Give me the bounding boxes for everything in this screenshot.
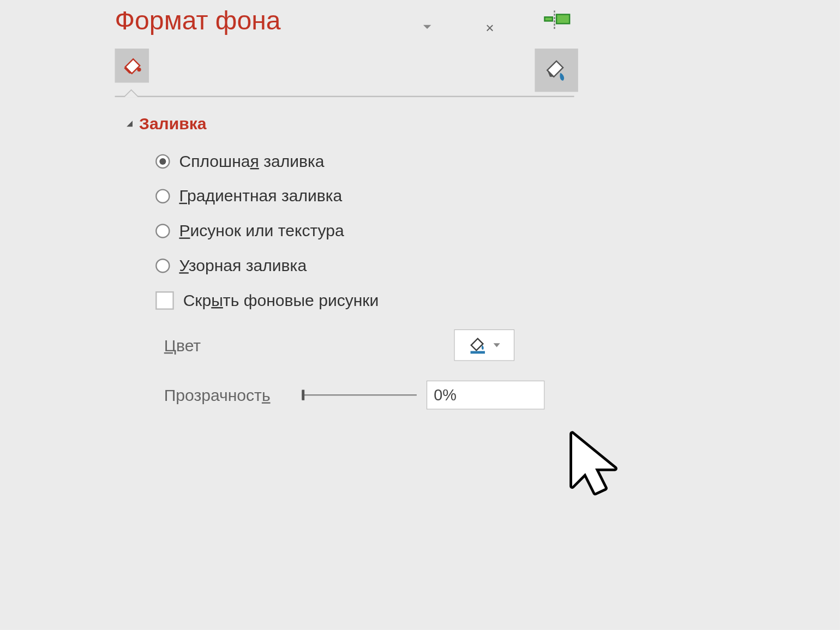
radio-label: Рисунок или текстура [179,221,344,240]
radio-pattern-fill[interactable] [155,258,170,272]
fill-section-header[interactable]: Заливка [127,114,607,133]
active-tab-indicator [115,83,574,97]
transparency-row: Прозрачность 0% [164,379,607,411]
hide-bg-checkbox[interactable] [155,291,174,310]
category-toolbar [115,49,607,83]
transparency-input[interactable]: 0% [427,381,545,410]
fill-option-solid[interactable]: Сплошная заливка [155,152,607,171]
chevron-down-icon [494,343,500,347]
right-tool-strip [535,8,578,92]
color-picker-button[interactable] [454,329,514,361]
hide-background-graphics[interactable]: Скрыть фоновые рисунки [155,291,607,310]
fill-properties: Цвет Прозрачность 0% [164,329,607,411]
transparency-label: Прозрачность [164,386,302,405]
svg-rect-2 [556,14,569,23]
panel-title-row: Формат фона × [115,7,607,46]
radio-gradient-fill[interactable] [155,189,170,203]
color-label: Цвет [164,335,302,355]
close-panel-button[interactable]: × [485,20,494,37]
color-row: Цвет [164,329,607,361]
fill-options-group: Сплошная заливка Градиентная заливка Рис… [155,152,607,310]
fill-option-picture[interactable]: Рисунок или текстура [155,221,607,240]
svg-point-0 [137,68,141,71]
svg-rect-1 [471,351,485,354]
align-center-button[interactable] [539,8,574,31]
checkbox-label: Скрыть фоновые рисунки [183,291,379,310]
transparency-value: 0% [434,386,457,404]
panel-title: Формат фона [115,5,281,35]
align-center-icon [542,10,571,29]
paint-bucket-icon [122,55,142,76]
fill-color-icon [469,336,487,355]
fill-option-gradient[interactable]: Градиентная заливка [155,187,607,206]
radio-label: Сплошная заливка [179,152,324,171]
format-painter-button[interactable] [535,49,578,92]
svg-rect-3 [544,17,552,21]
format-background-panel: Формат фона × Заливка Сплошная заливка [115,7,607,630]
fill-option-pattern[interactable]: Узорная заливка [155,256,607,275]
collapse-caret-icon [127,121,133,127]
format-painter-icon [543,57,569,83]
fill-section-title: Заливка [139,114,206,133]
slider-thumb[interactable] [302,390,304,400]
transparency-slider[interactable] [302,394,417,395]
radio-label: Градиентная заливка [179,187,342,206]
task-pane-options-dropdown[interactable] [423,25,431,29]
radio-solid-fill[interactable] [155,154,170,168]
radio-label: Узорная заливка [179,256,307,275]
fill-category-button[interactable] [115,49,149,83]
radio-picture-fill[interactable] [155,224,170,238]
